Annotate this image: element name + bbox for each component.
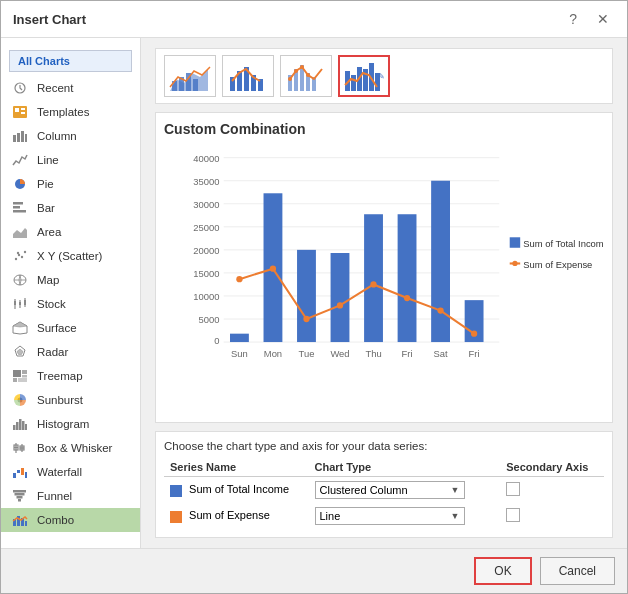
svg-rect-31	[13, 370, 21, 377]
sidebar-item-radar[interactable]: Radar	[1, 340, 140, 364]
ok-button[interactable]: OK	[474, 557, 531, 585]
close-button[interactable]: ✕	[591, 9, 615, 29]
chart-svg: 40000 35000 30000 25000 20000 15000 1000…	[164, 143, 604, 363]
series-expense-secondary-cell	[500, 503, 604, 529]
svg-point-75	[288, 77, 292, 81]
sidebar-item-stock-label: Stock	[37, 298, 66, 310]
sidebar-item-funnel-label: Funnel	[37, 490, 72, 502]
series-row-income: Sum of Total Income Clustered Column ▼	[164, 477, 604, 504]
svg-rect-38	[16, 422, 19, 430]
sidebar-item-pie[interactable]: Pie	[1, 172, 140, 196]
svg-rect-33	[22, 375, 27, 378]
sidebar-item-surface-label: Surface	[37, 322, 77, 334]
svg-text:Tue: Tue	[299, 348, 315, 359]
sunburst-icon	[11, 393, 29, 407]
svg-text:30000: 30000	[193, 199, 219, 210]
svg-point-118	[437, 307, 443, 313]
sidebar-item-recent[interactable]: Recent	[1, 76, 140, 100]
svg-rect-104	[230, 334, 249, 342]
chart-thumb-col-line[interactable]	[222, 55, 274, 97]
help-button[interactable]: ?	[563, 9, 583, 29]
sidebar: All Charts Recent Templates Column	[1, 38, 141, 548]
series-income-dropdown[interactable]: Clustered Column ▼	[315, 481, 465, 499]
chart-thumb-line-col[interactable]	[280, 55, 332, 97]
svg-point-117	[404, 295, 410, 301]
dialog-title: Insert Chart	[13, 12, 86, 27]
content-area: All Charts Recent Templates Column	[1, 38, 627, 548]
sidebar-item-waterfall[interactable]: Waterfall	[1, 460, 140, 484]
series-expense-color	[170, 511, 182, 523]
sidebar-item-combo[interactable]: Combo	[1, 508, 140, 532]
chart-container: 40000 35000 30000 25000 20000 15000 1000…	[164, 143, 604, 363]
bar-icon	[11, 201, 29, 215]
svg-rect-6	[17, 133, 20, 142]
series-row-expense: Sum of Expense Line ▼	[164, 503, 604, 529]
series-expense-chart-type-cell: Line ▼	[309, 503, 488, 529]
series-income-secondary-checkbox[interactable]	[506, 482, 520, 496]
svg-rect-32	[22, 370, 27, 374]
stock-icon	[11, 297, 29, 311]
sidebar-item-combo-label: Combo	[37, 514, 74, 526]
svg-point-76	[294, 69, 298, 73]
svg-text:15000: 15000	[193, 268, 219, 279]
all-charts-tab[interactable]: All Charts	[9, 50, 132, 72]
sidebar-item-line[interactable]: Line	[1, 148, 140, 172]
boxwhisker-icon	[11, 441, 29, 455]
sidebar-item-sunburst[interactable]: Sunburst	[1, 388, 140, 412]
sidebar-item-templates[interactable]: Templates	[1, 100, 140, 124]
svg-rect-35	[18, 378, 27, 382]
sidebar-item-histogram-label: Histogram	[37, 418, 89, 430]
sidebar-item-histogram[interactable]: Histogram	[1, 412, 140, 436]
svg-rect-11	[13, 206, 20, 209]
main-panel: ✎ Custom Combination 40000 35000 30000 2…	[141, 38, 627, 548]
sidebar-item-treemap[interactable]: Treemap	[1, 364, 140, 388]
sidebar-item-xy[interactable]: X Y (Scatter)	[1, 244, 140, 268]
cancel-button[interactable]: Cancel	[540, 557, 615, 585]
sidebar-item-funnel[interactable]: Funnel	[1, 484, 140, 508]
svg-rect-5	[13, 135, 16, 142]
series-expense-dropdown[interactable]: Line ▼	[315, 507, 465, 525]
svg-text:✎: ✎	[378, 72, 385, 81]
svg-text:5000: 5000	[199, 314, 220, 325]
svg-rect-53	[15, 493, 25, 496]
templates-icon	[11, 105, 29, 119]
series-income-dropdown-value: Clustered Column	[320, 484, 408, 496]
sidebar-item-boxwhisker[interactable]: Box & Whisker	[1, 436, 140, 460]
svg-rect-48	[13, 473, 16, 478]
svg-point-78	[306, 73, 310, 77]
series-table: Series Name Chart Type Secondary Axis Su…	[164, 458, 604, 529]
area-icon	[11, 225, 29, 239]
sidebar-item-radar-label: Radar	[37, 346, 68, 358]
series-config: Choose the chart type and axis for your …	[155, 431, 613, 538]
svg-rect-41	[25, 424, 27, 430]
svg-marker-30	[17, 349, 23, 355]
radar-icon	[11, 345, 29, 359]
title-bar-left: Insert Chart	[13, 12, 86, 27]
sidebar-item-area-label: Area	[37, 226, 61, 238]
svg-rect-51	[25, 472, 27, 478]
sidebar-item-surface[interactable]: Surface	[1, 316, 140, 340]
svg-marker-13	[13, 228, 27, 238]
chart-thumb-custom-combo[interactable]: ✎	[338, 55, 390, 97]
series-expense-dropdown-arrow: ▼	[451, 511, 460, 521]
svg-text:25000: 25000	[193, 222, 219, 233]
title-bar-right: ? ✕	[563, 9, 615, 29]
svg-rect-64	[193, 79, 198, 91]
svg-text:Fri: Fri	[469, 348, 480, 359]
sidebar-item-area[interactable]: Area	[1, 220, 140, 244]
svg-point-114	[303, 316, 309, 322]
sidebar-item-bar[interactable]: Bar	[1, 196, 140, 220]
sidebar-item-waterfall-label: Waterfall	[37, 466, 82, 478]
series-expense-dropdown-value: Line	[320, 510, 341, 522]
svg-point-115	[337, 302, 343, 308]
column-icon	[11, 129, 29, 143]
surface-icon	[11, 321, 29, 335]
svg-text:Thu: Thu	[365, 348, 381, 359]
sidebar-item-map[interactable]: Map	[1, 268, 140, 292]
svg-point-119	[471, 331, 477, 337]
series-expense-secondary-checkbox[interactable]	[506, 508, 520, 522]
series-config-prompt: Choose the chart type and axis for your …	[164, 440, 604, 452]
sidebar-item-stock[interactable]: Stock	[1, 292, 140, 316]
sidebar-item-column[interactable]: Column	[1, 124, 140, 148]
chart-thumb-area-combo[interactable]	[164, 55, 216, 97]
